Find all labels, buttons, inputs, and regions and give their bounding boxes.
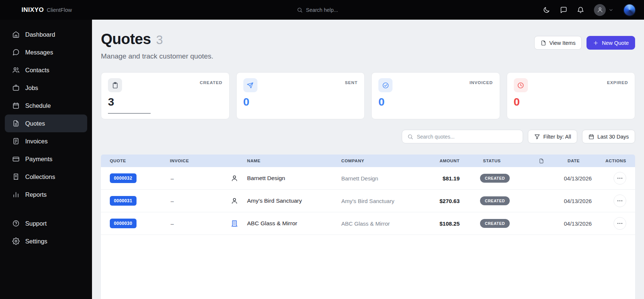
col-header-status[interactable]: STATUS xyxy=(469,159,536,163)
help-circle-icon xyxy=(12,220,20,227)
quotes-search[interactable] xyxy=(402,130,523,143)
sidebar-item-collections[interactable]: Collections xyxy=(5,168,87,186)
clipboard-icon xyxy=(108,78,122,92)
receipt-icon xyxy=(12,173,20,180)
col-header-amount[interactable]: AMOUNT xyxy=(421,159,469,163)
sidebar-item-contacts[interactable]: Contacts xyxy=(5,61,87,79)
row-actions-button[interactable] xyxy=(614,195,626,207)
view-items-button[interactable]: View Items xyxy=(534,36,582,50)
sidebar-item-dashboard[interactable]: Dashboard xyxy=(5,26,87,43)
filter-by-label: Filter by: All xyxy=(543,134,571,140)
invoice-icon xyxy=(12,137,20,145)
quote-number-badge[interactable]: 0000031 xyxy=(110,196,137,206)
status-badge: CREATED xyxy=(480,174,510,183)
invoice-cell: – xyxy=(161,175,220,182)
gear-icon xyxy=(12,237,20,245)
stat-underline xyxy=(108,113,151,114)
stat-label: SENT xyxy=(345,80,358,85)
invoice-cell: – xyxy=(161,198,220,204)
new-quote-button[interactable]: New Quote xyxy=(586,36,635,50)
page-header: Quotes 3 Manage and track customer quote… xyxy=(101,31,635,60)
stat-value-expired: 0 xyxy=(514,96,628,108)
notifications-bell-icon[interactable] xyxy=(577,6,584,14)
page-actions: View Items New Quote xyxy=(534,36,635,50)
sidebar-item-label: Messages xyxy=(25,49,53,56)
user-avatar xyxy=(594,4,606,16)
clock-icon xyxy=(514,78,528,92)
sidebar-item-settings[interactable]: Settings xyxy=(5,232,87,250)
sidebar-item-label: Quotes xyxy=(25,120,45,127)
calendar-icon xyxy=(12,102,20,109)
user-menu[interactable] xyxy=(594,4,614,16)
filter-bar: Filter by: All Last 30 Days xyxy=(101,130,635,143)
date-range-label: Last 30 Days xyxy=(597,134,629,140)
company-name: Amy's Bird Sanctuary xyxy=(339,198,421,204)
document-icon xyxy=(12,120,20,127)
sidebar-item-invoices[interactable]: Invoices xyxy=(5,132,87,150)
stat-card-invoiced[interactable]: INVOICED 0 xyxy=(371,72,500,119)
sidebar-item-label: Contacts xyxy=(25,67,49,74)
brand-product: ClientFlow xyxy=(47,7,72,13)
sidebar-item-reports[interactable]: Reports xyxy=(5,186,87,203)
main-content: Quotes 3 Manage and track customer quote… xyxy=(92,20,644,299)
table-row[interactable]: 0000032 – Barnett Design Barnett Design … xyxy=(101,167,635,190)
sidebar-item-label: Jobs xyxy=(25,84,38,92)
table-row[interactable]: 0000031 – Amy's Bird Sanctuary Amy's Bir… xyxy=(101,190,635,212)
company-name: Barnett Design xyxy=(339,175,421,182)
topbar: INIXYO ClientFlow Search help... xyxy=(0,0,644,20)
row-actions-button[interactable] xyxy=(614,217,626,230)
search-icon xyxy=(407,134,413,140)
stat-value-created: 3 xyxy=(108,96,223,108)
col-header-quote[interactable]: QUOTE xyxy=(101,159,161,163)
table-row[interactable]: 0000030 – ABC Glass & Mirror ABC Glass &… xyxy=(101,212,635,235)
sidebar-item-label: Invoices xyxy=(25,138,48,145)
sidebar-item-jobs[interactable]: Jobs xyxy=(5,79,87,97)
send-icon xyxy=(243,78,257,92)
filter-by-button[interactable]: Filter by: All xyxy=(528,130,577,143)
sidebar-item-support[interactable]: Support xyxy=(5,215,87,232)
company-name: ABC Glass & Mirror xyxy=(339,220,421,227)
customer-person-icon xyxy=(220,175,245,182)
sidebar: Dashboard Messages Contacts Jobs Schedul… xyxy=(0,20,92,299)
page-subtitle: Manage and track customer quotes. xyxy=(101,52,213,60)
sidebar-item-schedule[interactable]: Schedule xyxy=(5,97,87,114)
briefcase-icon xyxy=(12,84,20,92)
stat-card-created[interactable]: CREATED 3 xyxy=(101,72,230,119)
col-header-invoice[interactable]: INVOICE xyxy=(161,159,220,163)
quote-amount: $81.19 xyxy=(421,175,469,182)
stat-card-expired[interactable]: EXPIRED 0 xyxy=(507,72,635,119)
quotes-search-input[interactable] xyxy=(417,134,518,140)
sidebar-item-label: Reports xyxy=(25,191,47,198)
sidebar-item-messages[interactable]: Messages xyxy=(5,43,87,61)
workspace-avatar[interactable] xyxy=(623,4,636,16)
new-quote-label: New Quote xyxy=(602,40,629,46)
help-search[interactable]: Search help... xyxy=(92,7,543,13)
customer-name[interactable]: ABC Glass & Mirror xyxy=(245,220,339,227)
file-icon xyxy=(540,40,546,46)
quote-number-badge[interactable]: 0000032 xyxy=(110,173,137,183)
quote-date: 04/13/2026 xyxy=(558,175,602,182)
stat-label: CREATED xyxy=(200,80,222,85)
col-header-company[interactable]: COMPANY xyxy=(339,159,421,163)
sidebar-item-label: Schedule xyxy=(25,102,51,109)
messages-icon[interactable] xyxy=(560,6,567,14)
quote-amount: $270.63 xyxy=(421,198,469,204)
dark-mode-toggle-icon[interactable] xyxy=(543,6,550,14)
sidebar-item-quotes[interactable]: Quotes xyxy=(5,114,87,132)
customer-name[interactable]: Amy's Bird Sanctuary xyxy=(245,197,339,204)
table-empty-area xyxy=(101,235,635,299)
col-header-name[interactable]: NAME xyxy=(245,159,339,163)
col-header-date[interactable]: DATE xyxy=(558,159,602,163)
users-icon xyxy=(12,66,20,74)
row-actions-button[interactable] xyxy=(614,172,626,185)
customer-name[interactable]: Barnett Design xyxy=(245,175,339,182)
stat-card-sent[interactable]: SENT 0 xyxy=(236,72,365,119)
sidebar-item-payments[interactable]: Payments xyxy=(5,150,87,168)
document-column-icon xyxy=(536,158,558,164)
brand-name: INIXYO xyxy=(22,6,44,14)
date-range-button[interactable]: Last 30 Days xyxy=(582,130,635,143)
funnel-icon xyxy=(534,134,540,140)
sidebar-item-label: Dashboard xyxy=(25,31,55,38)
brand[interactable]: INIXYO ClientFlow xyxy=(0,6,92,14)
quote-number-badge[interactable]: 0000030 xyxy=(110,219,137,228)
